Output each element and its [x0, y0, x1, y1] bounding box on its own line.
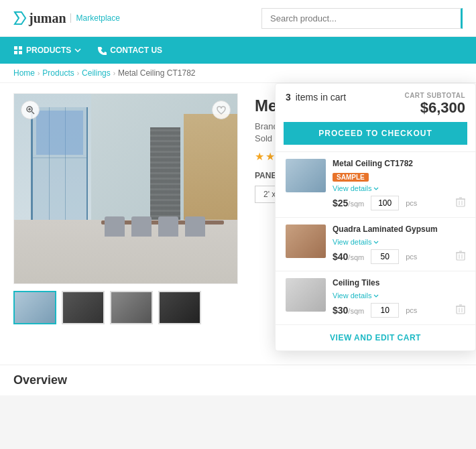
- view-edit-cart-link[interactable]: VIEW AND EDIT CART: [276, 325, 475, 350]
- cart-item-3: Ceiling Tiles View details $30/sqm pcs: [276, 271, 475, 325]
- search-input[interactable]: [261, 8, 463, 29]
- qty-input-1[interactable]: [371, 196, 399, 210]
- cart-item-1-name: Metal Ceiling CT1782: [333, 159, 465, 168]
- cart-item-3-price-row: $30/sqm pcs: [333, 303, 465, 318]
- breadcrumb-sep-1: ›: [38, 70, 40, 77]
- cart-item-2-price: $40/sqm: [333, 251, 364, 262]
- qty-unit-2: pcs: [406, 253, 417, 261]
- heart-icon: [217, 106, 226, 115]
- cart-item-2-image: [286, 224, 326, 258]
- zoom-button[interactable]: [21, 101, 40, 119]
- logo-text: juman: [29, 11, 66, 26]
- cart-item-1-image: [286, 159, 326, 192]
- svg-rect-2: [14, 46, 17, 50]
- cart-items-count: 3: [286, 92, 291, 103]
- logo-icon: [13, 11, 27, 25]
- qty-unit-1: pcs: [406, 199, 417, 207]
- zoom-icon: [25, 105, 35, 115]
- wishlist-button[interactable]: [212, 101, 231, 119]
- cart-subtotal-block: CART SUBTOTAL $6,300: [404, 92, 465, 117]
- qty-input-2[interactable]: [371, 249, 399, 264]
- cart-item-3-info: Ceiling Tiles View details $30/sqm pcs: [333, 278, 465, 318]
- nav-contact-label: CONTACT US: [110, 46, 162, 55]
- overview-title: Overview: [13, 373, 463, 387]
- cart-popup: 3 items in cart CART SUBTOTAL $6,300 PRO…: [275, 83, 476, 351]
- trash-icon-1: [456, 197, 465, 207]
- chevron-down-icon: [74, 48, 81, 52]
- cart-item-3-image: [286, 278, 326, 312]
- svg-rect-4: [14, 51, 17, 54]
- product-images-section: [13, 93, 238, 355]
- cart-item-2-name: Quadra Laminated Gypsum: [333, 224, 465, 234]
- star-1: ★: [255, 150, 264, 163]
- breadcrumb-home[interactable]: Home: [13, 68, 35, 78]
- svg-line-1: [15, 12, 19, 18]
- svg-line-7: [32, 112, 35, 115]
- star-2: ★: [265, 150, 275, 163]
- search-container: [261, 8, 463, 29]
- cart-item-1-price-row: $25/sqm pcs: [333, 196, 465, 210]
- cart-item-1-info: Metal Ceiling CT1782 SAMPLE View details…: [333, 159, 465, 210]
- cart-item-2-info: Quadra Laminated Gypsum View details $40…: [333, 224, 465, 264]
- nav-products-label: PRODUCTS: [26, 46, 71, 55]
- header: juman Marketplace: [0, 0, 476, 37]
- breadcrumb-sep-2: ›: [77, 70, 79, 77]
- thumbnail-1[interactable]: [13, 291, 56, 324]
- checkout-button[interactable]: PROCEED TO CHECKOUT: [284, 122, 467, 145]
- price-unit-2: /sqm: [348, 253, 364, 261]
- thumbnail-4[interactable]: [158, 291, 201, 324]
- breadcrumb-products[interactable]: Products: [42, 68, 74, 78]
- breadcrumb-sep-3: ›: [113, 70, 115, 77]
- nav-contact[interactable]: CONTACT US: [98, 46, 162, 55]
- delete-button-2[interactable]: [456, 251, 465, 263]
- cart-header: 3 items in cart CART SUBTOTAL $6,300: [276, 84, 475, 122]
- grid-icon: [13, 46, 23, 55]
- cart-item-1-price: $25/sqm: [333, 198, 364, 208]
- svg-rect-12: [457, 199, 465, 206]
- price-unit-1: /sqm: [348, 200, 364, 208]
- overview-section: Overview: [0, 365, 476, 395]
- delete-button-3[interactable]: [456, 304, 465, 317]
- cart-subtotal-label: CART SUBTOTAL: [404, 92, 465, 99]
- delete-button-1[interactable]: [456, 197, 465, 210]
- breadcrumb-current: Metal Ceiling CT1782: [118, 68, 195, 78]
- price-unit-3: /sqm: [348, 307, 364, 315]
- cart-subtotal-amount: $6,300: [404, 99, 465, 117]
- nav-products[interactable]: PRODUCTS: [13, 46, 81, 55]
- main-product-image: [13, 93, 238, 284]
- logo-marketplace: Marketplace: [70, 13, 120, 23]
- cart-item-2-price-row: $40/sqm pcs: [333, 249, 465, 264]
- phone-icon: [98, 46, 107, 55]
- thumbnail-row: [13, 291, 238, 324]
- cart-item-2: Quadra Laminated Gypsum View details $40…: [276, 218, 475, 271]
- trash-icon-3: [456, 304, 465, 314]
- cart-item-3-price: $30/sqm: [333, 305, 364, 316]
- svg-rect-3: [19, 46, 22, 50]
- chevron-down-icon-3: [373, 294, 379, 298]
- svg-rect-22: [457, 306, 465, 314]
- view-details-1[interactable]: View details: [333, 184, 465, 192]
- chevron-down-icon-2: [373, 241, 379, 244]
- cart-item-3-name: Ceiling Tiles: [333, 278, 465, 287]
- svg-rect-17: [457, 253, 465, 260]
- chevron-down-icon-1: [373, 187, 379, 190]
- cart-items-info: 3 items in cart: [286, 92, 346, 103]
- breadcrumb-ceilings[interactable]: Ceilings: [82, 68, 111, 78]
- cart-items-label: items in cart: [296, 92, 346, 103]
- trash-icon-2: [456, 251, 465, 261]
- sample-badge-1: SAMPLE: [333, 173, 369, 182]
- main-content: Metal Ceiling CT1782 Brand: USG ME Sold …: [0, 83, 476, 365]
- svg-rect-5: [19, 51, 22, 54]
- qty-input-3[interactable]: [371, 303, 399, 318]
- thumbnail-3[interactable]: [110, 291, 153, 324]
- breadcrumb: Home › Products › Ceilings › Metal Ceili…: [0, 64, 476, 83]
- cart-item-1: Metal Ceiling CT1782 SAMPLE View details…: [276, 152, 475, 218]
- nav-bar: PRODUCTS CONTACT US: [0, 37, 476, 64]
- logo[interactable]: juman Marketplace: [13, 11, 120, 26]
- view-details-3[interactable]: View details: [333, 292, 465, 300]
- thumbnail-2[interactable]: [62, 291, 105, 324]
- view-details-2[interactable]: View details: [333, 238, 465, 246]
- qty-unit-3: pcs: [406, 306, 417, 314]
